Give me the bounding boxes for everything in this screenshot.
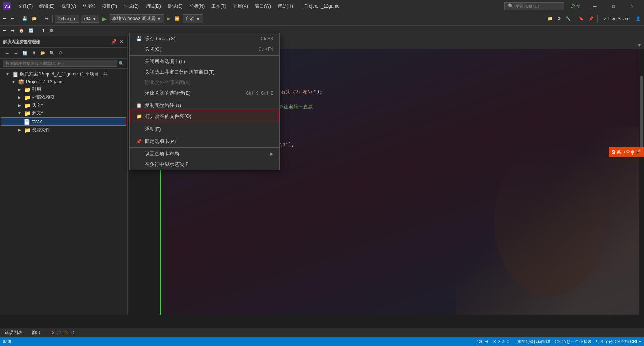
menu-debug[interactable]: 调试(D) (143, 2, 164, 10)
live-share-button[interactable]: ↗ Live Share (600, 15, 633, 22)
menu-git[interactable]: Git(G) (80, 2, 98, 10)
redo-button[interactable]: ↪ (44, 15, 50, 22)
tree-item-headers[interactable]: ▶ 📁 头文件 (0, 101, 127, 109)
status-errors: 2 (498, 339, 500, 344)
open-button[interactable]: 📂 (30, 15, 39, 22)
global-search[interactable]: 🔍 搜索 (Ctrl+Q) (504, 2, 564, 10)
debug-config-arrow: ▼ (72, 16, 77, 21)
ctx-close-left: 关闭(C) (136, 46, 161, 53)
st-btn-3[interactable]: 🔄 (21, 49, 29, 57)
toolbar-misc-4[interactable]: 📌 (587, 15, 595, 22)
runner-dropdown[interactable]: 本地 Windows 调试器 ▼ (110, 14, 164, 23)
st-btn-1[interactable]: ⬅ (3, 49, 11, 57)
error-count: 2 (58, 330, 61, 335)
run-button[interactable]: ▶ (166, 15, 172, 22)
undo-button[interactable]: ↩ (9, 15, 16, 22)
platform-dropdown[interactable]: x64 ▼ (81, 15, 99, 23)
pin-button[interactable]: 📌 (110, 38, 117, 45)
output-tab[interactable]: 输出 (30, 329, 42, 337)
ctx-pin-tab[interactable]: 📌 固定选项卡(P) (130, 136, 279, 147)
ctx-multirow-label: 在多行中显示选项卡 (145, 161, 189, 168)
tree-item-testc[interactable]: 📄 test.c (1, 117, 126, 126)
menu-help[interactable]: 帮助(H) (275, 2, 296, 10)
ctx-copy-path[interactable]: 📋 复制完整路径(U) (130, 100, 279, 111)
st-btn-4[interactable]: ⬆ (30, 49, 38, 57)
collapse-all[interactable]: ⬆ (40, 27, 47, 34)
tree-arrow-sources: ▼ (17, 111, 23, 115)
status-ready[interactable]: 就绪 (3, 339, 11, 344)
refresh-button[interactable]: 🔄 (27, 27, 35, 34)
sidebar-close[interactable]: ✕ (119, 38, 124, 45)
step-button[interactable]: ⏩ (173, 15, 181, 22)
tree-item-sources[interactable]: ▼ 📁 源文件 (0, 109, 127, 117)
ctx-float-left: 浮动(F) (136, 126, 161, 132)
ctx-open-folder-icon: 📁 (136, 113, 142, 119)
error-warning-status[interactable]: ✕ 2 ⚠ 0 (493, 339, 509, 344)
nav-home[interactable]: 🏠 (17, 27, 26, 34)
csdn-text: CSDN@一个小脑袋 (555, 339, 591, 344)
settings-button[interactable]: ⚙ (48, 27, 55, 34)
ctx-save[interactable]: 💾 保存 test.c (S) Ctrl+S (130, 33, 279, 44)
menu-bar: 文件(F) 编辑(E) 视图(V) Git(G) 项目(P) 生成(B) 调试(… (15, 2, 296, 10)
st-btn-5[interactable]: 📂 (39, 49, 47, 57)
toolbar-misc-1[interactable]: 📁 (546, 15, 554, 22)
vertical-scrollbar[interactable] (639, 49, 644, 315)
user-profile-button[interactable]: 👤 (634, 15, 642, 22)
back-button[interactable]: ⬅ (2, 15, 8, 22)
maximize-button[interactable]: □ (605, 0, 622, 12)
start-debug-button[interactable]: ▶ (101, 15, 108, 23)
minimize-button[interactable]: — (586, 0, 603, 12)
menu-file[interactable]: 文件(F) (15, 2, 36, 10)
st-btn-6[interactable]: 🔍 (48, 49, 56, 57)
tree-item-references[interactable]: ▶ 📁 引用 (0, 86, 127, 93)
nav-back[interactable]: ⬅ (2, 27, 8, 34)
menu-project[interactable]: 项目(P) (99, 2, 120, 10)
toolbar-misc-2[interactable]: ⚙ (556, 15, 563, 22)
source-control-button[interactable]: ↑ 添加到源代码管理 (514, 339, 551, 344)
tree-item-project[interactable]: ▼ 📦 Project_7_12game (0, 78, 127, 86)
ctx-save-label: 保存 test.c (S) (145, 35, 176, 42)
zoom-indicator[interactable]: 136 % (477, 339, 488, 344)
ctx-multirow[interactable]: 在多行中显示选项卡 (130, 159, 279, 170)
encoding-info[interactable]: 行:4 字符: 39 空格 CRLF (596, 339, 641, 344)
menu-test[interactable]: 测试(S) (165, 2, 186, 10)
title-bar: VS 文件(F) 编辑(E) 视图(V) Git(G) 项目(P) 生成(B) … (0, 0, 644, 12)
tree-item-solution[interactable]: ▼ 📋 解决方案 'Project_7_12game' (1 个项目，共 (0, 70, 127, 78)
st-btn-2[interactable]: ➡ (12, 49, 20, 57)
ctx-close[interactable]: 关闭(C) Ctrl+F4 (130, 44, 279, 54)
tree-item-ext-deps[interactable]: ▶ 📁 外部依赖项 (0, 93, 127, 101)
bookmark-button[interactable]: 🔖 (577, 15, 585, 22)
runner-label: 本地 Windows 调试器 (112, 15, 155, 22)
tree-item-resources[interactable]: ▶ 📁 资源文件 (0, 126, 127, 134)
debug-config-dropdown[interactable]: Debug ▼ (55, 15, 79, 23)
ctx-close-all[interactable]: 关闭所有选项卡(L) (130, 56, 279, 67)
menu-window[interactable]: 窗口(W) (252, 2, 274, 10)
split-button[interactable]: ▼ (636, 42, 642, 49)
ctx-restore[interactable]: 还原关闭的选项卡(E) Ctrl+K, Ctrl+Z (130, 88, 279, 98)
menu-edit[interactable]: 编辑(E) (36, 2, 57, 10)
ext-icon: 📁 (24, 95, 30, 101)
auto-arrow: ▼ (196, 16, 200, 21)
toolbar-misc-3[interactable]: 🔧 (564, 15, 572, 22)
menu-analyze[interactable]: 分析(N) (187, 2, 208, 10)
close-button[interactable]: ✕ (624, 0, 641, 12)
menu-extensions[interactable]: 扩展(X) (230, 2, 251, 10)
error-list-tab[interactable]: 错误列表 (3, 329, 24, 337)
ctx-tab-layout[interactable]: 设置选项卡布局 ▶ (130, 149, 279, 159)
nav-forward[interactable]: ➡ (9, 27, 16, 34)
menu-view[interactable]: 视图(V) (58, 2, 79, 10)
st-btn-7[interactable]: ⚙ (57, 49, 65, 57)
menu-build[interactable]: 生成(B) (121, 2, 142, 10)
ext-label: 外部依赖项 (32, 94, 54, 101)
scrollbar-thumb (640, 76, 643, 155)
menu-tools[interactable]: 工具(T) (208, 2, 229, 10)
save-button[interactable]: 💾 (21, 15, 29, 22)
csdn-label[interactable]: CSDN@一个小脑袋 (555, 339, 591, 344)
ctx-close-except-tools[interactable]: 关闭除工具窗口外的所有窗口(T) (130, 67, 279, 77)
sidebar-search-input[interactable] (3, 60, 117, 67)
auto-dropdown[interactable]: 自动 ▼ (183, 14, 203, 23)
tab-bar-controls: ▼ (635, 42, 644, 49)
ctx-float[interactable]: 浮动(F) (130, 124, 279, 134)
ctx-open-folder[interactable]: 📁 打开所在的文件夹(O) (130, 111, 279, 122)
ctx-close-but-icon (136, 80, 142, 86)
